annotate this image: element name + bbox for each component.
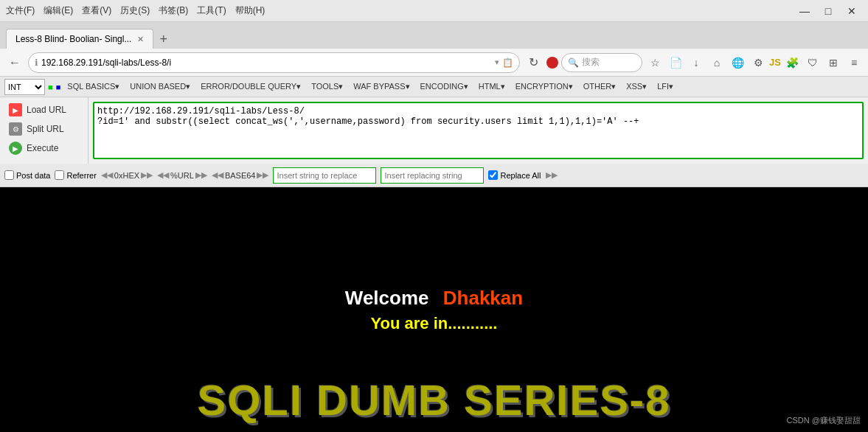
download-button[interactable]: ↓ (687, 53, 706, 72)
hackbar-main: ▶ Load URL ⚙ Split URL ▶ Execute http://… (0, 97, 868, 164)
post-data-checkbox-label[interactable]: Post data (4, 170, 50, 180)
close-button[interactable]: ✕ (841, 2, 862, 20)
execute-label: Execute (27, 143, 58, 153)
menu-history[interactable]: 历史(S) (120, 4, 150, 17)
replace-all-checkbox[interactable] (488, 170, 498, 180)
url-encode-button[interactable]: ◀◀ %URL ▶▶ (157, 170, 207, 180)
welcome-text: Welcome Dhakkan (345, 287, 523, 310)
referrer-label: Referrer (66, 171, 96, 180)
address-bar: ← ℹ ▾ 📋 ↻ 🔍 搜索 ☆ 📄 ↓ ⌂ 🌐 ⚙ JS 🧩 🛡 ⊞ ≡ (0, 49, 868, 77)
menu-tools[interactable]: TOOLS▾ (308, 80, 347, 93)
replace-arrow-icon: ▶▶ (546, 170, 558, 180)
globe-button[interactable]: 🌐 (728, 53, 747, 72)
menu-encryption[interactable]: ENCRYPTION▾ (512, 80, 577, 93)
extension-button[interactable]: 🧩 (782, 53, 802, 72)
you-are-in-text: You are in........... (371, 314, 498, 333)
refresh-button[interactable]: ↻ (523, 52, 544, 73)
menu-help[interactable]: 帮助(H) (235, 4, 265, 17)
address-input[interactable] (41, 58, 492, 68)
menu-view[interactable]: 查看(V) (82, 4, 111, 17)
base64-encode-button[interactable]: ◀◀ BASE64 ▶▶ (212, 170, 269, 180)
menu-bookmarks[interactable]: 书签(B) (159, 4, 188, 17)
menu-lfi[interactable]: LFI▾ (653, 80, 677, 93)
base64-label: BASE64 (225, 171, 256, 180)
title-bar: 文件(F) 编辑(E) 查看(V) 历史(S) 书签(B) 工具(T) 帮助(H… (0, 0, 868, 22)
menu-sql-basics[interactable]: SQL BASICS▾ (63, 80, 123, 93)
hackbar-url-area: http://192.168.29.191/sqli-labs/Less-8/ … (88, 97, 868, 164)
tab-label: Less-8 Blind- Boolian- Singl... (15, 34, 131, 44)
shield-button[interactable]: 🛡 (803, 53, 822, 72)
menu-xss[interactable]: XSS▾ (622, 80, 650, 93)
tab-close-icon[interactable]: ✕ (137, 35, 144, 44)
post-data-checkbox[interactable] (4, 170, 14, 180)
replace-search-input[interactable] (273, 167, 376, 184)
menu-waf-bypass[interactable]: WAF BYPASS▾ (350, 80, 413, 93)
search-placeholder: 搜索 (582, 56, 600, 69)
menu-file[interactable]: 文件(F) (6, 4, 35, 17)
toolbar-icons: ☆ 📄 ↓ ⌂ 🌐 ⚙ JS 🧩 🛡 ⊞ ≡ (645, 53, 864, 72)
menu-button[interactable]: ≡ (844, 53, 864, 72)
replace-replace-input[interactable] (381, 167, 484, 184)
menu-edit[interactable]: 编辑(E) (44, 4, 73, 17)
post-data-label: Post data (16, 171, 50, 180)
hex-encode-button[interactable]: ◀◀ 0xHEX ▶▶ (101, 170, 153, 180)
replace-all-checkbox-label[interactable]: Replace All (488, 170, 541, 180)
url-label: %URL (170, 171, 194, 180)
menu-html[interactable]: HTML▾ (475, 80, 509, 93)
block-icon (546, 57, 558, 69)
hackbar-url-input[interactable]: http://192.168.29.191/sqli-labs/Less-8/ … (93, 102, 864, 159)
new-tab-button[interactable]: + (155, 32, 172, 47)
back-button[interactable]: ← (4, 52, 25, 73)
hex-label: 0xHEX (114, 171, 139, 180)
window-controls: — □ ✕ (794, 2, 862, 20)
welcome-word: Welcome (345, 287, 429, 309)
hackbar-bottom-toolbar: Post data Referrer ◀◀ 0xHEX ▶▶ ◀◀ %URL ▶… (0, 164, 868, 187)
referrer-checkbox[interactable] (55, 170, 64, 180)
hackbar-actions: ▶ Load URL ⚙ Split URL ▶ Execute (0, 97, 88, 164)
main-content: Welcome Dhakkan You are in........... SQ… (0, 187, 868, 432)
int-select[interactable]: INT (4, 79, 45, 95)
green-indicator: ■ (48, 83, 53, 91)
info-icon: ℹ (35, 58, 38, 68)
search-icon: 🔍 (568, 58, 579, 68)
reader-button[interactable]: 📄 (666, 53, 685, 72)
split-url-button[interactable]: ⚙ Split URL (6, 121, 82, 137)
blue-indicator: ■ (56, 83, 61, 91)
menu-encoding[interactable]: ENCODING▾ (417, 80, 472, 93)
star-button[interactable]: ☆ (645, 53, 664, 72)
sqli-title: SQLI DUMB SERIES-8 (0, 375, 868, 425)
watermark: CSDN @赚钱娶甜甜 (787, 415, 861, 426)
execute-button[interactable]: ▶ Execute (6, 140, 82, 156)
dhakkan-word: Dhakkan (443, 287, 523, 309)
minimize-button[interactable]: — (794, 2, 815, 20)
settings-button[interactable]: ⚙ (749, 53, 768, 72)
search-box[interactable]: 🔍 搜索 (561, 53, 642, 72)
load-url-icon: ▶ (9, 103, 22, 116)
split-url-icon: ⚙ (9, 122, 22, 136)
hackbar-menu: INT ■ ■ SQL BASICS▾ UNION BASED▾ ERROR/D… (0, 77, 868, 97)
menu-other[interactable]: OTHER▾ (580, 80, 620, 93)
lock-icon: 📋 (502, 58, 513, 68)
js-badge[interactable]: JS (769, 57, 781, 68)
sqli-title-text: SQLI DUMB SERIES-8 (198, 375, 671, 425)
referrer-checkbox-label[interactable]: Referrer (55, 170, 96, 180)
menu-bar: 文件(F) 编辑(E) 查看(V) 历史(S) 书签(B) 工具(T) 帮助(H… (6, 4, 794, 17)
active-tab[interactable]: Less-8 Blind- Boolian- Singl... ✕ (6, 29, 153, 49)
address-dropdown-icon[interactable]: ▾ (495, 58, 499, 67)
menu-tools[interactable]: 工具(T) (197, 4, 226, 17)
execute-icon: ▶ (9, 142, 22, 155)
menu-union-based[interactable]: UNION BASED▾ (126, 80, 194, 93)
home-button[interactable]: ⌂ (707, 53, 726, 72)
extensions-btn[interactable]: ⊞ (824, 53, 843, 72)
address-input-wrapper: ℹ ▾ 📋 (28, 52, 520, 73)
load-url-label: Load URL (27, 105, 66, 115)
load-url-button[interactable]: ▶ Load URL (6, 102, 82, 118)
split-url-label: Split URL (27, 124, 64, 134)
menu-error-double[interactable]: ERROR/DOUBLE QUERY▾ (197, 80, 305, 93)
maximize-button[interactable]: □ (818, 2, 839, 20)
tab-bar: Less-8 Blind- Boolian- Singl... ✕ + (0, 22, 868, 49)
replace-all-label: Replace All (500, 171, 541, 180)
